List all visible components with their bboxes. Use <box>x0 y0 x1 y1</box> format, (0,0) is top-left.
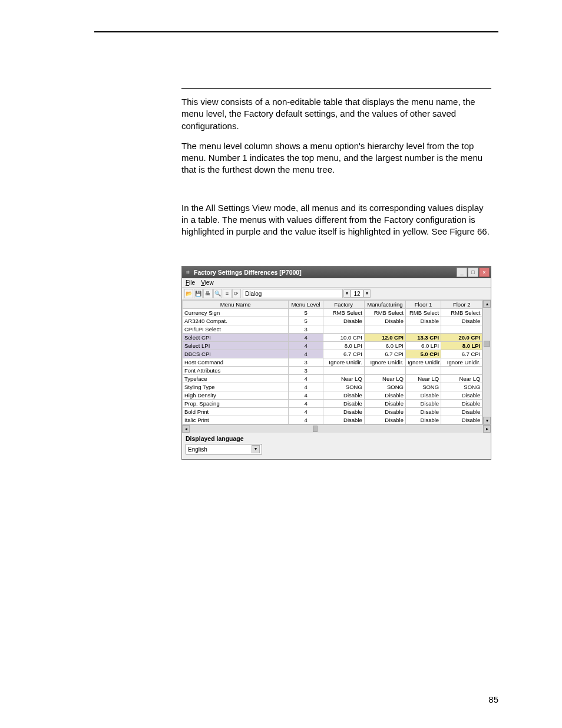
value-cell: 8.0 LPI <box>441 342 482 350</box>
top-rule <box>94 31 498 32</box>
value-cell <box>323 325 364 334</box>
menu-name-cell: AR3240 Compat. <box>183 317 289 325</box>
menu-name-cell: High Density <box>183 391 289 400</box>
menu-name-cell: Host Command <box>183 358 289 367</box>
value-cell: Disable <box>323 400 364 408</box>
table-row: Styling Type4SONGSONGSONGSONG <box>183 383 482 391</box>
font-size-input[interactable]: 12 <box>351 289 363 298</box>
value-cell: 13.3 CPI <box>405 334 441 342</box>
close-button[interactable]: × <box>479 268 490 277</box>
table-row: Prop. Spacing4DisableDisableDisableDisab… <box>183 400 482 408</box>
table-header[interactable]: Manufacturing <box>364 301 405 309</box>
window-titlebar[interactable]: ⌗ Factory Settings Differences [P7000] _… <box>182 266 491 278</box>
table-row: Currency Sign5RMB SelectRMB SelectRMB Se… <box>183 309 482 317</box>
value-cell: Disable <box>405 400 441 408</box>
value-cell: SONG <box>405 383 441 391</box>
value-cell <box>441 325 482 334</box>
paragraph-2: The menu level column shows a menu optio… <box>181 140 491 176</box>
menu-name-cell: Bold Print <box>183 408 289 416</box>
value-cell: Disable <box>441 416 482 424</box>
value-cell: Disable <box>364 317 405 325</box>
menu-level-cell: 4 <box>289 383 323 391</box>
table-header[interactable]: Menu Name <box>183 301 289 309</box>
value-cell: 12.0 CPI <box>364 334 405 342</box>
table-row: Italic Print4DisableDisableDisableDisabl… <box>183 416 482 424</box>
table-row: AR3240 Compat.5DisableDisableDisableDisa… <box>183 317 482 325</box>
value-cell: Disable <box>364 400 405 408</box>
value-cell: 6.0 LPI <box>364 342 405 350</box>
hscroll-thumb[interactable] <box>313 426 318 432</box>
minimize-button[interactable]: _ <box>457 268 467 277</box>
settings-table: Menu NameMenu LevelFactoryManufacturingF… <box>182 300 482 424</box>
value-cell: 8.0 LPI <box>323 342 364 350</box>
value-cell: 6.7 CPI <box>441 350 482 358</box>
menu-file[interactable]: File <box>186 279 195 286</box>
font-family-value: Dialog <box>245 291 262 297</box>
vscroll-thumb[interactable] <box>484 341 490 347</box>
value-cell: Disable <box>441 317 482 325</box>
value-cell: 6.7 CPI <box>364 350 405 358</box>
chevron-down-icon[interactable]: ▾ <box>252 445 260 453</box>
horizontal-scrollbar[interactable]: ◂ ▸ <box>182 424 491 433</box>
scroll-up-icon[interactable]: ▴ <box>483 300 491 308</box>
value-cell <box>405 367 441 375</box>
language-value: English <box>188 446 207 453</box>
value-cell: Disable <box>441 408 482 416</box>
value-cell: Disable <box>364 391 405 400</box>
menu-level-cell: 4 <box>289 334 323 342</box>
refresh-icon[interactable]: ⟳ <box>232 289 241 298</box>
zoom-icon[interactable]: 🔍 <box>213 289 222 298</box>
print-icon[interactable]: 🖶 <box>203 289 212 298</box>
menu-level-cell: 4 <box>289 342 323 350</box>
tree-icon[interactable]: ≡ <box>223 289 232 298</box>
table-header[interactable]: Factory <box>323 301 364 309</box>
menu-name-cell: Prop. Spacing <box>183 400 289 408</box>
table-row: Host Command3Ignore Unidir.Ignore Unidir… <box>183 358 482 367</box>
menu-level-cell: 4 <box>289 408 323 416</box>
maximize-button[interactable]: □ <box>468 268 478 277</box>
screenshot-window: ⌗ Factory Settings Differences [P7000] _… <box>181 266 491 460</box>
paragraph-3: In the All Settings View mode, all menus… <box>181 202 491 238</box>
value-cell: Ignore Unidir. <box>323 358 364 367</box>
table-header[interactable]: Floor 1 <box>405 301 441 309</box>
value-cell: RMB Select <box>323 309 364 317</box>
value-cell: Disable <box>405 317 441 325</box>
font-family-dropdown-icon[interactable]: ▾ <box>343 289 351 298</box>
scroll-down-icon[interactable]: ▾ <box>483 417 491 424</box>
menu-name-cell: DBCS CPI <box>183 350 289 358</box>
value-cell: 5.0 CPI <box>405 350 441 358</box>
value-cell: Disable <box>405 391 441 400</box>
save-icon[interactable]: 💾 <box>194 289 203 298</box>
menu-view[interactable]: View <box>201 279 214 286</box>
scroll-right-icon[interactable]: ▸ <box>483 425 491 433</box>
table-row: CPI/LPI Select3 <box>183 325 482 334</box>
open-icon[interactable]: 📂 <box>184 289 193 298</box>
value-cell: RMB Select <box>364 309 405 317</box>
value-cell <box>364 325 405 334</box>
paragraph-1: This view consists of a non-editable tab… <box>181 96 491 132</box>
vertical-scrollbar[interactable]: ▴ ▾ <box>482 300 491 424</box>
font-family-select[interactable]: Dialog <box>243 289 343 298</box>
page-number: 85 <box>488 694 498 704</box>
value-cell: 6.7 CPI <box>323 350 364 358</box>
app-icon: ⌗ <box>184 269 191 276</box>
value-cell <box>405 325 441 334</box>
scroll-left-icon[interactable]: ◂ <box>182 425 190 433</box>
value-cell: Disable <box>323 317 364 325</box>
section-rule <box>181 88 491 89</box>
value-cell: Disable <box>364 408 405 416</box>
font-size-dropdown-icon[interactable]: ▾ <box>363 289 371 298</box>
value-cell: RMB Select <box>405 309 441 317</box>
value-cell: Ignore Unidir. <box>405 358 441 367</box>
menu-level-cell: 4 <box>289 350 323 358</box>
language-select[interactable]: English ▾ <box>186 444 262 454</box>
table-header[interactable]: Floor 2 <box>441 301 482 309</box>
menu-name-cell: Typeface <box>183 375 289 383</box>
value-cell: RMB Select <box>441 309 482 317</box>
menu-level-cell: 4 <box>289 416 323 424</box>
menu-name-cell: CPI/LPI Select <box>183 325 289 334</box>
value-cell <box>364 367 405 375</box>
table-header[interactable]: Menu Level <box>289 301 323 309</box>
menu-name-cell: Styling Type <box>183 383 289 391</box>
value-cell: Ignore Unidir. <box>364 358 405 367</box>
